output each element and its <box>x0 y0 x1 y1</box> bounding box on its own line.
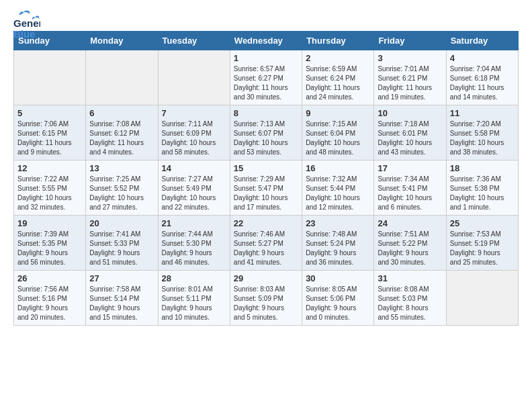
day-number: 22 <box>234 218 298 228</box>
day-info: Sunrise: 7:58 AM Sunset: 5:14 PM Dayligh… <box>89 285 154 322</box>
day-info: Sunrise: 7:41 AM Sunset: 5:33 PM Dayligh… <box>89 230 154 267</box>
day-info: Sunrise: 7:22 AM Sunset: 5:55 PM Dayligh… <box>17 175 82 212</box>
day-number: 29 <box>234 273 298 283</box>
calendar-cell: 11Sunrise: 7:20 AM Sunset: 5:58 PM Dayli… <box>446 105 518 161</box>
calendar-cell: 27Sunrise: 7:58 AM Sunset: 5:14 PM Dayli… <box>86 271 158 326</box>
day-info: Sunrise: 7:56 AM Sunset: 5:16 PM Dayligh… <box>17 285 82 322</box>
day-info: Sunrise: 7:46 AM Sunset: 5:27 PM Dayligh… <box>234 230 298 267</box>
calendar-week-row: 5Sunrise: 7:06 AM Sunset: 6:15 PM Daylig… <box>14 105 519 161</box>
calendar-week-row: 26Sunrise: 7:56 AM Sunset: 5:16 PM Dayli… <box>14 271 519 326</box>
day-number: 14 <box>162 163 226 173</box>
calendar-cell: 10Sunrise: 7:18 AM Sunset: 6:01 PM Dayli… <box>374 105 446 161</box>
calendar-cell <box>446 271 518 326</box>
calendar-cell: 20Sunrise: 7:41 AM Sunset: 5:33 PM Dayli… <box>86 216 158 271</box>
day-number: 30 <box>306 273 370 283</box>
calendar-cell: 19Sunrise: 7:39 AM Sunset: 5:35 PM Dayli… <box>14 216 86 271</box>
day-info: Sunrise: 7:18 AM Sunset: 6:01 PM Dayligh… <box>378 120 442 157</box>
calendar-cell: 22Sunrise: 7:46 AM Sunset: 5:27 PM Dayli… <box>230 216 302 271</box>
calendar-cell: 25Sunrise: 7:53 AM Sunset: 5:19 PM Dayli… <box>446 216 518 271</box>
calendar-cell: 12Sunrise: 7:22 AM Sunset: 5:55 PM Dayli… <box>14 161 86 216</box>
day-info: Sunrise: 7:29 AM Sunset: 5:47 PM Dayligh… <box>234 175 298 212</box>
day-info: Sunrise: 7:20 AM Sunset: 5:58 PM Dayligh… <box>450 120 515 157</box>
day-info: Sunrise: 8:03 AM Sunset: 5:09 PM Dayligh… <box>234 285 298 322</box>
day-info: Sunrise: 7:25 AM Sunset: 5:52 PM Dayligh… <box>89 175 154 212</box>
day-number: 10 <box>378 108 442 118</box>
calendar-cell: 15Sunrise: 7:29 AM Sunset: 5:47 PM Dayli… <box>230 161 302 216</box>
day-number: 26 <box>17 273 82 283</box>
calendar-cell: 1Sunrise: 6:57 AM Sunset: 6:27 PM Daylig… <box>230 50 302 105</box>
day-info: Sunrise: 7:04 AM Sunset: 6:18 PM Dayligh… <box>450 64 515 102</box>
day-number: 13 <box>89 163 154 173</box>
calendar-cell: 23Sunrise: 7:48 AM Sunset: 5:24 PM Dayli… <box>302 216 374 271</box>
page-container: General Blue <box>0 0 532 332</box>
calendar-cell: 3Sunrise: 7:01 AM Sunset: 6:21 PM Daylig… <box>374 50 446 105</box>
day-info: Sunrise: 7:48 AM Sunset: 5:24 PM Dayligh… <box>306 230 370 267</box>
calendar-cell: 4Sunrise: 7:04 AM Sunset: 6:18 PM Daylig… <box>446 50 518 105</box>
day-info: Sunrise: 7:36 AM Sunset: 5:38 PM Dayligh… <box>450 175 515 212</box>
day-info: Sunrise: 7:53 AM Sunset: 5:19 PM Dayligh… <box>450 230 515 267</box>
bird-icon <box>16 9 31 21</box>
calendar-cell: 24Sunrise: 7:51 AM Sunset: 5:22 PM Dayli… <box>374 216 446 271</box>
day-info: Sunrise: 7:51 AM Sunset: 5:22 PM Dayligh… <box>378 230 442 267</box>
weekday-header: Saturday <box>446 32 518 50</box>
weekday-header: Wednesday <box>230 32 302 50</box>
day-number: 4 <box>450 53 515 63</box>
day-number: 23 <box>306 218 370 228</box>
day-number: 19 <box>17 218 82 228</box>
day-number: 12 <box>17 163 82 173</box>
day-info: Sunrise: 7:01 AM Sunset: 6:21 PM Dayligh… <box>378 64 442 102</box>
day-number: 5 <box>17 108 82 118</box>
day-number: 2 <box>306 53 370 63</box>
day-number: 16 <box>306 163 370 173</box>
day-number: 6 <box>89 108 154 118</box>
day-info: Sunrise: 7:39 AM Sunset: 5:35 PM Dayligh… <box>17 230 82 267</box>
calendar-cell: 28Sunrise: 8:01 AM Sunset: 5:11 PM Dayli… <box>158 271 230 326</box>
calendar-cell <box>14 50 86 105</box>
day-info: Sunrise: 6:59 AM Sunset: 6:24 PM Dayligh… <box>306 64 370 102</box>
day-number: 27 <box>89 273 154 283</box>
day-number: 9 <box>306 108 370 118</box>
calendar-week-row: 19Sunrise: 7:39 AM Sunset: 5:35 PM Dayli… <box>14 216 519 271</box>
weekday-header: Friday <box>374 32 446 50</box>
day-number: 1 <box>234 53 298 63</box>
day-number: 7 <box>162 108 226 118</box>
day-info: Sunrise: 7:32 AM Sunset: 5:44 PM Dayligh… <box>306 175 370 212</box>
day-number: 28 <box>162 273 226 283</box>
calendar-cell: 21Sunrise: 7:44 AM Sunset: 5:30 PM Dayli… <box>158 216 230 271</box>
header: General Blue <box>13 13 519 24</box>
day-number: 15 <box>234 163 298 173</box>
day-info: Sunrise: 7:13 AM Sunset: 6:07 PM Dayligh… <box>234 120 298 157</box>
day-info: Sunrise: 6:57 AM Sunset: 6:27 PM Dayligh… <box>234 64 298 102</box>
day-info: Sunrise: 8:01 AM Sunset: 5:11 PM Dayligh… <box>162 285 226 322</box>
day-info: Sunrise: 7:34 AM Sunset: 5:41 PM Dayligh… <box>378 175 442 212</box>
calendar-cell: 13Sunrise: 7:25 AM Sunset: 5:52 PM Dayli… <box>86 161 158 216</box>
calendar-cell: 26Sunrise: 7:56 AM Sunset: 5:16 PM Dayli… <box>14 271 86 326</box>
day-info: Sunrise: 7:06 AM Sunset: 6:15 PM Dayligh… <box>17 120 82 157</box>
weekday-header: Tuesday <box>158 32 230 50</box>
day-info: Sunrise: 7:27 AM Sunset: 5:49 PM Dayligh… <box>162 175 226 212</box>
calendar-cell: 18Sunrise: 7:36 AM Sunset: 5:38 PM Dayli… <box>446 161 518 216</box>
calendar-cell <box>86 50 158 105</box>
day-info: Sunrise: 7:11 AM Sunset: 6:09 PM Dayligh… <box>162 120 226 157</box>
day-info: Sunrise: 7:44 AM Sunset: 5:30 PM Dayligh… <box>162 230 226 267</box>
day-number: 25 <box>450 218 515 228</box>
day-number: 8 <box>234 108 298 118</box>
calendar-cell: 6Sunrise: 7:08 AM Sunset: 6:12 PM Daylig… <box>86 105 158 161</box>
calendar-week-row: 12Sunrise: 7:22 AM Sunset: 5:55 PM Dayli… <box>14 161 519 216</box>
day-number: 3 <box>378 53 442 63</box>
day-number: 18 <box>450 163 515 173</box>
day-number: 21 <box>162 218 226 228</box>
calendar-cell: 8Sunrise: 7:13 AM Sunset: 6:07 PM Daylig… <box>230 105 302 161</box>
calendar-table: SundayMondayTuesdayWednesdayThursdayFrid… <box>13 31 519 326</box>
calendar-cell: 14Sunrise: 7:27 AM Sunset: 5:49 PM Dayli… <box>158 161 230 216</box>
logo: General Blue <box>13 13 40 24</box>
calendar-week-row: 1Sunrise: 6:57 AM Sunset: 6:27 PM Daylig… <box>14 50 519 105</box>
calendar-cell: 29Sunrise: 8:03 AM Sunset: 5:09 PM Dayli… <box>230 271 302 326</box>
calendar-cell: 2Sunrise: 6:59 AM Sunset: 6:24 PM Daylig… <box>302 50 374 105</box>
weekday-header: Thursday <box>302 32 374 50</box>
calendar-cell: 30Sunrise: 8:05 AM Sunset: 5:06 PM Dayli… <box>302 271 374 326</box>
day-info: Sunrise: 7:15 AM Sunset: 6:04 PM Dayligh… <box>306 120 370 157</box>
day-info: Sunrise: 8:08 AM Sunset: 5:03 PM Dayligh… <box>378 285 442 322</box>
day-number: 17 <box>378 163 442 173</box>
day-number: 20 <box>89 218 154 228</box>
